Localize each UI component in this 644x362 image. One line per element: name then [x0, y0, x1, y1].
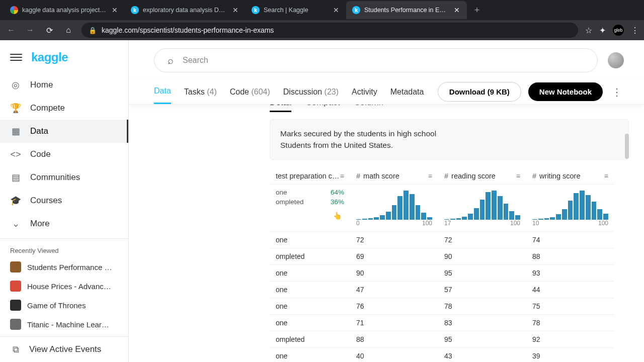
tab-activity[interactable]: Activity [352, 80, 377, 104]
recent-label: House Prices - Advanc… [27, 282, 111, 291]
view-tab-column[interactable]: Column [354, 105, 384, 112]
sidebar-item-compete[interactable]: 🏆Compete [0, 97, 128, 120]
favicon-google [10, 6, 18, 14]
table-cell: one [270, 315, 350, 331]
table-cell: 57 [438, 282, 526, 298]
table-cell: 39 [526, 348, 614, 361]
grad-icon: 🎓 [10, 195, 21, 206]
recent-item[interactable]: Students Performance … [0, 257, 128, 277]
sort-icon[interactable]: ≡ [604, 172, 608, 180]
user-avatar[interactable] [608, 52, 624, 68]
sidebar-item-courses[interactable]: 🎓Courses [0, 189, 128, 212]
url-bar[interactable]: 🔒 kaggle.com/spscientist/students-perfor… [82, 23, 578, 38]
sidebar-label: Courses [30, 196, 62, 206]
recent-item[interactable]: Game of Thrones [0, 296, 128, 315]
close-icon[interactable]: ✕ [332, 6, 340, 14]
sort-icon[interactable]: ≡ [428, 172, 432, 180]
table-cell: 95 [438, 331, 526, 348]
column-header[interactable]: test preparation c…≡ [270, 167, 350, 185]
table-cell: ompleted [270, 248, 350, 265]
table-cell: one [270, 298, 350, 315]
table-cell: 76 [350, 298, 438, 315]
close-icon[interactable]: ✕ [231, 6, 239, 14]
column-header[interactable]: #writing score≡ [526, 167, 614, 185]
column-distribution: 10100 [526, 185, 614, 232]
browser-tab-active[interactable]: k Students Performance in Exam ✕ [346, 1, 467, 19]
sidebar-item-code[interactable]: <>Code [0, 143, 128, 166]
forward-button[interactable]: → [24, 24, 36, 36]
tab-discussion[interactable]: Discussion (23) [283, 80, 339, 104]
scrollbar[interactable] [625, 129, 629, 259]
sidebar-label: Data [30, 126, 48, 136]
column-header[interactable]: #reading score≡ [438, 167, 526, 185]
code-icon: <> [10, 149, 21, 160]
recent-thumb [10, 300, 21, 311]
sidebar-item-communities[interactable]: ▤Communities [0, 166, 128, 189]
table-cell: 74 [526, 232, 614, 248]
view-active-events[interactable]: ⧉View Active Events [0, 336, 128, 362]
lock-icon: 🔒 [89, 27, 97, 34]
table-cell: 44 [526, 282, 614, 298]
back-button[interactable]: ← [5, 24, 17, 36]
close-icon[interactable]: ✕ [111, 6, 119, 14]
tab-code[interactable]: Code (604) [230, 80, 270, 104]
list-icon: ▤ [10, 172, 21, 183]
extensions-icon[interactable]: ✦ [599, 26, 606, 35]
sort-icon[interactable]: ≡ [340, 172, 344, 180]
recent-item[interactable]: House Prices - Advanc… [0, 277, 128, 296]
sort-icon[interactable]: ≡ [516, 172, 520, 180]
browser-menu-icon[interactable]: ⋮ [631, 26, 639, 35]
table-cell: 40 [350, 348, 438, 361]
data-grid: test preparation c…≡#math score≡#reading… [270, 167, 629, 361]
download-button[interactable]: Download (9 KB) [438, 82, 521, 102]
sidebar-item-home[interactable]: ◎Home [0, 73, 128, 97]
column-distribution: 17100 [438, 185, 526, 232]
column-distribution: 0100 [350, 185, 438, 232]
view-mode-tabs: Detail Compact Column [270, 105, 629, 119]
browser-tab[interactable]: k exploratory data analysis Data ✕ [125, 1, 246, 19]
new-notebook-button[interactable]: New Notebook [528, 82, 603, 101]
table-cell: 83 [438, 315, 526, 331]
browser-tab[interactable]: k Search | Kaggle ✕ [246, 1, 346, 19]
view-tab-compact[interactable]: Compact [305, 105, 340, 112]
tab-title: Search | Kaggle [264, 7, 328, 14]
home-button[interactable]: ⌂ [62, 24, 74, 36]
table-cell: one [270, 265, 350, 282]
recent-thumb [10, 319, 21, 330]
favicon-kaggle: k [131, 6, 139, 14]
tab-tasks[interactable]: Tasks (4) [184, 80, 217, 104]
new-tab-button[interactable]: + [470, 3, 484, 17]
profile-avatar[interactable]: gleb [613, 25, 624, 36]
view-tab-detail[interactable]: Detail [270, 105, 291, 112]
sidebar: kaggle ◎Home 🏆Compete ▦Data <>Code ▤Comm… [0, 40, 129, 362]
url-text: kaggle.com/spscientist/students-performa… [102, 26, 274, 34]
sidebar-label: Code [30, 149, 51, 159]
sidebar-item-more[interactable]: ⌄More [0, 212, 128, 235]
about-line: Students from the United States. [280, 139, 618, 151]
recent-item[interactable]: Titanic - Machine Lear… [0, 315, 128, 334]
dataset-tabs: Data Tasks (4) Code (604) Discussion (23… [129, 77, 644, 105]
grid-icon: ▦ [10, 126, 21, 137]
scrollbar-thumb[interactable] [625, 134, 629, 159]
search-icon: ⌕ [168, 55, 174, 66]
close-icon[interactable]: ✕ [453, 6, 461, 14]
tab-data[interactable]: Data [154, 79, 171, 104]
table-cell: 47 [350, 282, 438, 298]
tab-title: Students Performance in Exam [364, 7, 449, 14]
recent-thumb [10, 261, 21, 273]
search-input[interactable]: ⌕ Search [154, 48, 598, 72]
kaggle-logo[interactable]: kaggle [31, 50, 68, 64]
menu-toggle[interactable] [10, 51, 22, 63]
main-content: ⌕ Search Data Tasks (4) Code (604) Discu… [129, 40, 644, 362]
tab-title: exploratory data analysis Data [143, 7, 227, 14]
browser-tab[interactable]: kaggle data analysis projects - ✕ [4, 1, 125, 19]
column-header[interactable]: #math score≡ [350, 167, 438, 185]
tab-metadata[interactable]: Metadata [390, 80, 424, 104]
table-cell: ompleted [270, 331, 350, 348]
sidebar-item-data[interactable]: ▦Data [0, 120, 128, 143]
table-cell: 78 [438, 298, 526, 315]
reload-button[interactable]: ⟳ [43, 24, 55, 36]
more-menu-icon[interactable]: ⋮ [610, 86, 624, 98]
tab-title: kaggle data analysis projects - [22, 7, 107, 14]
bookmark-icon[interactable]: ☆ [585, 26, 592, 35]
